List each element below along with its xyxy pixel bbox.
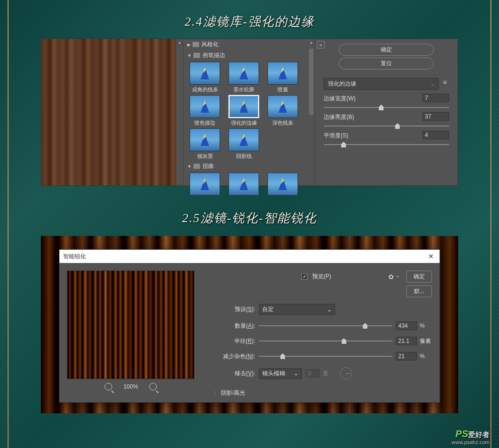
chevron-right-icon: ▶	[187, 42, 191, 47]
filter-select[interactable]: 强化的边缘⌄	[324, 78, 439, 90]
smart-sharpen-dialog: 智能锐化 ✕ 100% ✓ 预览(P) ✿▾ 确定 默	[59, 249, 440, 403]
preview-label: 预览(P)	[312, 273, 331, 281]
thumb-crosshatch[interactable]: 阴影线	[225, 128, 262, 160]
remove-label: 移去(V):	[209, 370, 259, 378]
thumb-sprayed-strokes[interactable]: 喷色描边	[186, 95, 223, 127]
sharpen-preview-area: 100%	[67, 271, 194, 395]
chevron-down-icon: ▾	[397, 274, 399, 279]
amount-input[interactable]: 434	[396, 321, 417, 330]
folder-icon	[192, 42, 199, 47]
chevron-down-icon: ⌄	[327, 306, 332, 313]
radius-slider[interactable]	[259, 337, 392, 345]
thumb-accented-edges[interactable]: 强化的边缘	[225, 95, 262, 127]
thumb-sumi-e[interactable]: 烟灰墨	[186, 128, 223, 160]
folder-icon	[193, 53, 200, 58]
zoom-in-icon[interactable]	[149, 383, 157, 390]
folder-brush-strokes[interactable]: ▼画笔描边	[183, 50, 315, 61]
scroll-up-icon[interactable]: ▲	[176, 39, 183, 46]
watermark: PS爱好者 www.psahz.com	[452, 429, 489, 445]
preset-label: 预设(S):	[209, 305, 259, 313]
section-heading-1: 2.4滤镜库-强化的边缘	[0, 0, 499, 30]
shadows-highlights-toggle[interactable]: 〉阴影/高光	[209, 389, 432, 397]
zoom-out-icon[interactable]	[105, 383, 112, 390]
chevron-down-icon: ⌄	[294, 370, 298, 377]
zoom-level: 100%	[124, 383, 138, 390]
preview-scrollbar[interactable]: ▲	[176, 39, 183, 185]
scrollbar-thumb[interactable]	[309, 49, 314, 115]
scroll-up-icon[interactable]: ▲	[308, 39, 315, 46]
dialog-title: 智能锐化	[63, 253, 86, 261]
filter-gallery-panel: ▲ ▶风格化 ▼画笔描边 成角的线条 墨水轮廓 喷溅 喷色描边 强化的边缘 深色…	[41, 39, 458, 186]
collapse-icon[interactable]: «	[317, 41, 325, 49]
folder-icon	[193, 164, 200, 169]
close-icon[interactable]: ✕	[426, 253, 436, 260]
gear-icon[interactable]: ✿	[388, 273, 394, 281]
filter-preview: ▲	[41, 39, 183, 185]
noise-label: 减少杂色(N):	[209, 352, 259, 360]
chevron-down-icon: ⌄	[431, 82, 434, 87]
noise-input[interactable]: 21	[396, 352, 417, 360]
thumb-dark-strokes[interactable]: 深色线条	[264, 95, 301, 127]
preset-select[interactable]: 自定⌄	[259, 304, 335, 315]
edge-brightness-input[interactable]: 37	[422, 112, 449, 121]
edge-brightness-slider[interactable]: 边缘亮度(B) 37	[324, 112, 449, 121]
preview-checkbox[interactable]: ✓	[301, 273, 307, 280]
filter-settings: « 确定 复位 强化的边缘⌄ ≡ 边缘宽度(W) 7 边缘亮度(B) 37 平滑…	[315, 39, 458, 185]
smoothness-slider[interactable]: 平滑度(S) 4	[324, 131, 449, 140]
dialog-titlebar: 智能锐化 ✕	[59, 250, 440, 263]
chevron-down-icon: ▼	[187, 53, 192, 58]
edge-width-input[interactable]: 7	[422, 94, 449, 102]
menu-icon[interactable]: ≡	[441, 78, 449, 87]
amount-slider[interactable]	[259, 322, 392, 330]
ok-button[interactable]: 确定	[339, 44, 434, 56]
chevron-right-icon: 〉	[213, 390, 218, 396]
default-button[interactable]: 默...	[406, 285, 432, 297]
chevron-down-icon: ▼	[187, 164, 192, 169]
section-heading-2: 2.5滤镜-锐化-智能锐化	[0, 186, 499, 226]
noise-slider[interactable]	[259, 352, 392, 360]
thumb-spatter[interactable]: 喷溅	[264, 62, 301, 93]
remove-select[interactable]: 镜头模糊⌄	[259, 368, 302, 379]
folder-distort[interactable]: ▼扭曲	[183, 161, 315, 172]
sharpen-preview-image	[67, 271, 194, 379]
filter-thumbnails: ▶风格化 ▼画笔描边 成角的线条 墨水轮廓 喷溅 喷色描边 强化的边缘 深色线条…	[183, 39, 315, 185]
thumb-angled-strokes[interactable]: 成角的线条	[186, 62, 223, 93]
gallery-scrollbar[interactable]: ▲	[308, 39, 315, 185]
angle-input: 0	[306, 369, 320, 378]
ok-button[interactable]: 确定	[406, 271, 432, 282]
smart-sharpen-panel: 智能锐化 ✕ 100% ✓ 预览(P) ✿▾ 确定 默	[41, 236, 458, 413]
reset-button[interactable]: 复位	[339, 58, 434, 69]
smoothness-input[interactable]: 4	[422, 131, 449, 139]
amount-label: 数量(A):	[209, 322, 259, 330]
angle-dial[interactable]	[340, 367, 352, 380]
thumb-ink-outlines[interactable]: 墨水轮廓	[225, 62, 262, 93]
radius-label: 半径(R):	[209, 337, 259, 345]
edge-width-slider[interactable]: 边缘宽度(W) 7	[324, 94, 449, 103]
folder-stylize[interactable]: ▶风格化	[183, 39, 315, 50]
radius-input[interactable]: 21.1	[396, 337, 417, 345]
